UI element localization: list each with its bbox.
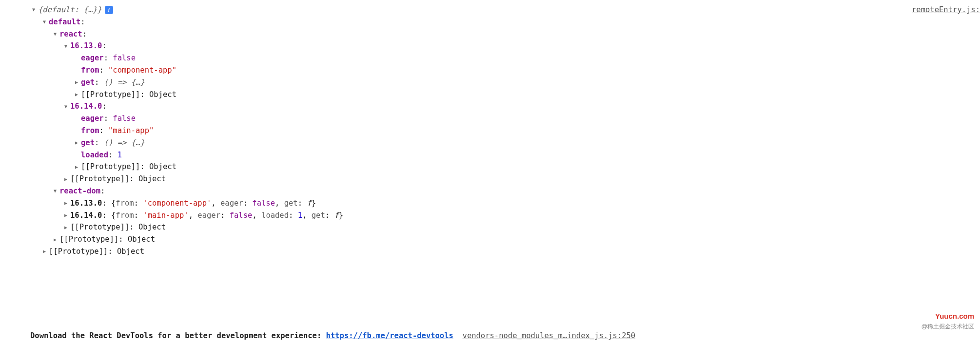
console-message-link[interactable]: https://fb.me/react-devtools: [326, 331, 453, 340]
react-dom-key-row[interactable]: react-dom:: [30, 185, 980, 197]
property-key: react:: [59, 28, 87, 40]
react-key-row[interactable]: react:: [30, 28, 980, 40]
react-16-14-0-row[interactable]: 16.14.0:: [30, 100, 980, 113]
property-key: [[Prototype]]:: [81, 161, 145, 173]
expand-toggle-icon[interactable]: [30, 6, 37, 13]
expand-toggle-icon[interactable]: [73, 164, 80, 171]
from-row[interactable]: from: "component-app": [30, 64, 980, 76]
object-summary: {default: {…}}: [38, 4, 102, 16]
property-key: default:: [49, 16, 85, 28]
property-value: Object: [149, 89, 176, 101]
property-key: from:: [81, 64, 104, 76]
react-dom-16-14-0-row[interactable]: 16.14.0: {from: 'main-app', eager: false…: [30, 210, 980, 222]
property-key: 16.14.0:: [70, 210, 107, 222]
property-key: loaded:: [81, 149, 113, 161]
property-key: get:: [81, 137, 99, 149]
prototype-row[interactable]: [[Prototype]]: Object: [30, 233, 980, 246]
property-value: Object: [117, 246, 144, 258]
property-value: "main-app": [108, 125, 154, 137]
property-key: [[Prototype]]:: [70, 173, 134, 185]
property-key: [[Prototype]]:: [70, 221, 134, 233]
inline-object-preview: {from: 'component-app', eager: false, ge…: [111, 197, 316, 210]
from-row[interactable]: from: "main-app": [30, 125, 980, 137]
source-link[interactable]: remoteEntry.js:: [912, 4, 980, 16]
react-16-13-0-row[interactable]: 16.13.0:: [30, 40, 980, 52]
property-key: [[Prototype]]:: [59, 233, 123, 246]
property-key: from:: [81, 125, 104, 137]
expand-toggle-icon[interactable]: [41, 248, 48, 255]
console-message-row: Download the React DevTools for a better…: [30, 330, 980, 342]
property-value: Object: [149, 161, 176, 173]
property-value: () => {…}: [104, 76, 145, 89]
prototype-row[interactable]: [[Prototype]]: Object: [30, 89, 980, 101]
get-row[interactable]: get: () => {…}: [30, 137, 980, 149]
property-key: [[Prototype]]:: [49, 246, 113, 258]
property-value: 1: [118, 149, 122, 161]
console-message-source[interactable]: vendors-node_modules_m…index_js.js:250: [463, 331, 636, 340]
default-key-row[interactable]: default:: [30, 16, 980, 28]
expand-toggle-icon[interactable]: [73, 139, 80, 146]
watermark-line-1: Yuucn.com: [921, 310, 974, 322]
expand-toggle-icon[interactable]: [41, 19, 48, 25]
property-key: 16.13.0:: [70, 40, 107, 52]
prototype-row[interactable]: [[Prototype]]: Object: [30, 246, 980, 258]
property-key: 16.14.0:: [70, 100, 107, 113]
property-key: 16.13.0:: [70, 197, 107, 210]
react-dom-16-13-0-row[interactable]: 16.13.0: {from: 'component-app', eager: …: [30, 197, 980, 210]
expand-toggle-icon[interactable]: [73, 91, 80, 98]
property-key: get:: [81, 76, 99, 89]
property-value: Object: [138, 221, 166, 233]
expand-toggle-icon[interactable]: [62, 224, 69, 231]
get-row[interactable]: get: () => {…}: [30, 76, 980, 89]
prototype-row[interactable]: [[Prototype]]: Object: [30, 173, 980, 185]
eager-row[interactable]: eager: false: [30, 52, 980, 64]
property-key: eager:: [81, 113, 108, 125]
property-value: Object: [128, 233, 155, 246]
expand-toggle-icon[interactable]: [62, 212, 69, 219]
prototype-row[interactable]: [[Prototype]]: Object: [30, 161, 980, 173]
info-icon[interactable]: i: [105, 6, 113, 14]
console-message-text: Download the React DevTools for a better…: [30, 331, 326, 340]
expand-toggle-icon[interactable]: [62, 176, 69, 183]
expand-toggle-icon[interactable]: [62, 103, 69, 110]
expand-toggle-icon[interactable]: [62, 200, 69, 207]
expand-toggle-icon[interactable]: [73, 79, 80, 86]
inline-object-preview: {from: 'main-app', eager: false, loaded:…: [111, 210, 343, 222]
property-value: false: [113, 52, 136, 64]
property-value: () => {…}: [104, 137, 145, 149]
expand-toggle-icon[interactable]: [62, 43, 69, 50]
expand-toggle-icon[interactable]: [52, 188, 59, 194]
property-value: "component-app": [108, 64, 176, 76]
expand-toggle-icon[interactable]: [52, 31, 59, 38]
watermark: Yuucn.com @稀土掘金技术社区: [921, 310, 974, 331]
loaded-row[interactable]: loaded: 1: [30, 149, 980, 161]
property-key: [[Prototype]]:: [81, 89, 145, 101]
console-object-tree: {default: {…}} i default: react: 16.13.0…: [0, 0, 980, 262]
property-value: false: [113, 113, 136, 125]
expand-toggle-icon[interactable]: [52, 236, 59, 243]
eager-row[interactable]: eager: false: [30, 113, 980, 125]
property-key: eager:: [81, 52, 108, 64]
property-key: react-dom:: [59, 185, 105, 197]
prototype-row[interactable]: [[Prototype]]: Object: [30, 221, 980, 233]
property-value: Object: [138, 173, 166, 185]
object-root-row[interactable]: {default: {…}} i: [30, 4, 980, 16]
